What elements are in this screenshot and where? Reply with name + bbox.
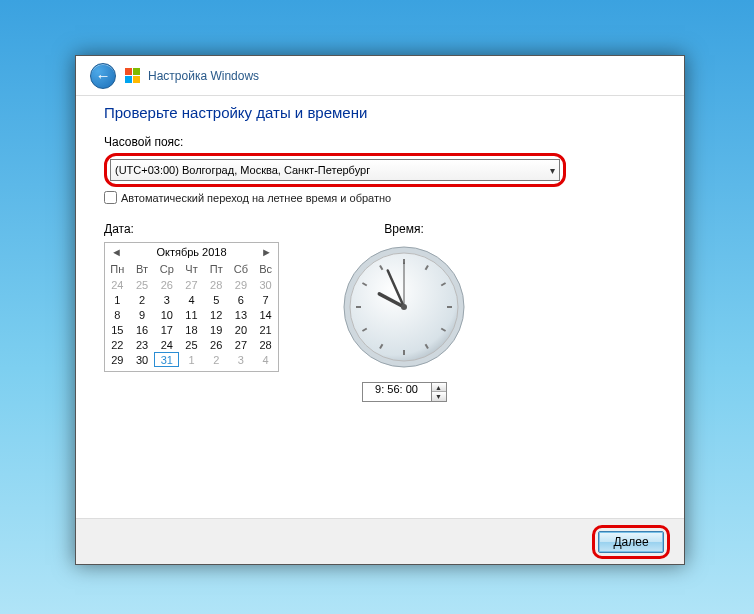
calendar-day[interactable]: 18 bbox=[179, 322, 204, 337]
calendar-dow: Ср bbox=[154, 261, 179, 277]
setup-dialog: ← Настройка Windows Проверьте настройку … bbox=[75, 55, 685, 565]
timezone-highlight: (UTC+03:00) Волгоград, Москва, Санкт-Пет… bbox=[104, 153, 566, 187]
calendar-month-title: Октябрь 2018 bbox=[156, 246, 226, 258]
calendar-day[interactable]: 6 bbox=[229, 292, 254, 307]
date-column: Дата: ◄ Октябрь 2018 ► ПнВтСрЧтПтСбВс242… bbox=[104, 222, 279, 402]
calendar-day[interactable]: 22 bbox=[105, 337, 130, 352]
calendar-day[interactable]: 8 bbox=[105, 307, 130, 322]
spinner-down-icon[interactable]: ▼ bbox=[432, 392, 446, 401]
timezone-label: Часовой пояс: bbox=[104, 135, 656, 149]
calendar-grid: ПнВтСрЧтПтСбВс24252627282930123456789101… bbox=[105, 261, 278, 367]
calendar-day[interactable]: 27 bbox=[229, 337, 254, 352]
time-column: Время: 9: 56: 0 bbox=[339, 222, 469, 402]
calendar-day[interactable]: 24 bbox=[154, 337, 179, 352]
timezone-dropdown[interactable]: (UTC+03:00) Волгоград, Москва, Санкт-Пет… bbox=[110, 159, 560, 181]
calendar-day[interactable]: 14 bbox=[253, 307, 278, 322]
arrow-left-icon: ← bbox=[96, 67, 111, 84]
calendar-day[interactable]: 23 bbox=[130, 337, 155, 352]
calendar-day[interactable]: 30 bbox=[130, 352, 155, 367]
calendar-day[interactable]: 1 bbox=[179, 352, 204, 367]
analog-clock-icon bbox=[339, 242, 469, 372]
calendar-day[interactable]: 29 bbox=[105, 352, 130, 367]
calendar-day[interactable]: 5 bbox=[204, 292, 229, 307]
window-title: Настройка Windows bbox=[148, 69, 259, 83]
calendar[interactable]: ◄ Октябрь 2018 ► ПнВтСрЧтПтСбВс242526272… bbox=[104, 242, 279, 372]
calendar-dow: Вт bbox=[130, 261, 155, 277]
next-highlight: Далее bbox=[592, 525, 670, 559]
calendar-day[interactable]: 28 bbox=[204, 277, 229, 292]
calendar-day[interactable]: 31 bbox=[154, 352, 179, 367]
calendar-dow: Вс bbox=[253, 261, 278, 277]
windows-logo-icon bbox=[124, 68, 140, 84]
calendar-dow: Сб bbox=[229, 261, 254, 277]
spinner-up-icon[interactable]: ▲ bbox=[432, 383, 446, 392]
calendar-day[interactable]: 20 bbox=[229, 322, 254, 337]
chevron-down-icon: ▾ bbox=[550, 165, 555, 176]
calendar-day[interactable]: 12 bbox=[204, 307, 229, 322]
calendar-day[interactable]: 15 bbox=[105, 322, 130, 337]
calendar-day[interactable]: 4 bbox=[253, 352, 278, 367]
calendar-day[interactable]: 9 bbox=[130, 307, 155, 322]
calendar-day[interactable]: 30 bbox=[253, 277, 278, 292]
calendar-prev-icon[interactable]: ◄ bbox=[111, 246, 122, 258]
calendar-day[interactable]: 13 bbox=[229, 307, 254, 322]
svg-point-17 bbox=[401, 304, 407, 310]
calendar-day[interactable]: 3 bbox=[229, 352, 254, 367]
calendar-day[interactable]: 17 bbox=[154, 322, 179, 337]
dst-checkbox[interactable] bbox=[104, 191, 117, 204]
calendar-day[interactable]: 2 bbox=[130, 292, 155, 307]
calendar-day[interactable]: 28 bbox=[253, 337, 278, 352]
calendar-dow: Чт bbox=[179, 261, 204, 277]
titlebar: ← Настройка Windows bbox=[76, 56, 684, 96]
calendar-day[interactable]: 3 bbox=[154, 292, 179, 307]
calendar-day[interactable]: 7 bbox=[253, 292, 278, 307]
dst-label: Автоматический переход на летнее время и… bbox=[121, 192, 391, 204]
calendar-day[interactable]: 27 bbox=[179, 277, 204, 292]
dst-row[interactable]: Автоматический переход на летнее время и… bbox=[104, 191, 656, 204]
calendar-day[interactable]: 2 bbox=[204, 352, 229, 367]
dialog-footer: Далее bbox=[76, 518, 684, 564]
calendar-day[interactable]: 1 bbox=[105, 292, 130, 307]
calendar-day[interactable]: 21 bbox=[253, 322, 278, 337]
calendar-next-icon[interactable]: ► bbox=[261, 246, 272, 258]
calendar-day[interactable]: 19 bbox=[204, 322, 229, 337]
time-spinner[interactable]: ▲ ▼ bbox=[432, 382, 447, 402]
time-field-wrap: 9: 56: 00 ▲ ▼ bbox=[339, 382, 469, 402]
calendar-day[interactable]: 26 bbox=[154, 277, 179, 292]
calendar-day[interactable]: 25 bbox=[179, 337, 204, 352]
calendar-day[interactable]: 11 bbox=[179, 307, 204, 322]
calendar-day[interactable]: 29 bbox=[229, 277, 254, 292]
date-label: Дата: bbox=[104, 222, 279, 236]
calendar-day[interactable]: 24 bbox=[105, 277, 130, 292]
timezone-selected-text: (UTC+03:00) Волгоград, Москва, Санкт-Пет… bbox=[115, 164, 370, 176]
next-button-label: Далее bbox=[613, 535, 648, 549]
time-label: Время: bbox=[339, 222, 469, 236]
calendar-day[interactable]: 4 bbox=[179, 292, 204, 307]
next-button[interactable]: Далее bbox=[598, 531, 664, 553]
calendar-dow: Пн bbox=[105, 261, 130, 277]
time-input[interactable]: 9: 56: 00 bbox=[362, 382, 432, 402]
content-area: Проверьте настройку даты и времени Часов… bbox=[76, 96, 684, 518]
calendar-dow: Пт bbox=[204, 261, 229, 277]
calendar-day[interactable]: 16 bbox=[130, 322, 155, 337]
calendar-day[interactable]: 25 bbox=[130, 277, 155, 292]
calendar-day[interactable]: 26 bbox=[204, 337, 229, 352]
page-heading: Проверьте настройку даты и времени bbox=[104, 104, 656, 121]
calendar-day[interactable]: 10 bbox=[154, 307, 179, 322]
back-button[interactable]: ← bbox=[90, 63, 116, 89]
